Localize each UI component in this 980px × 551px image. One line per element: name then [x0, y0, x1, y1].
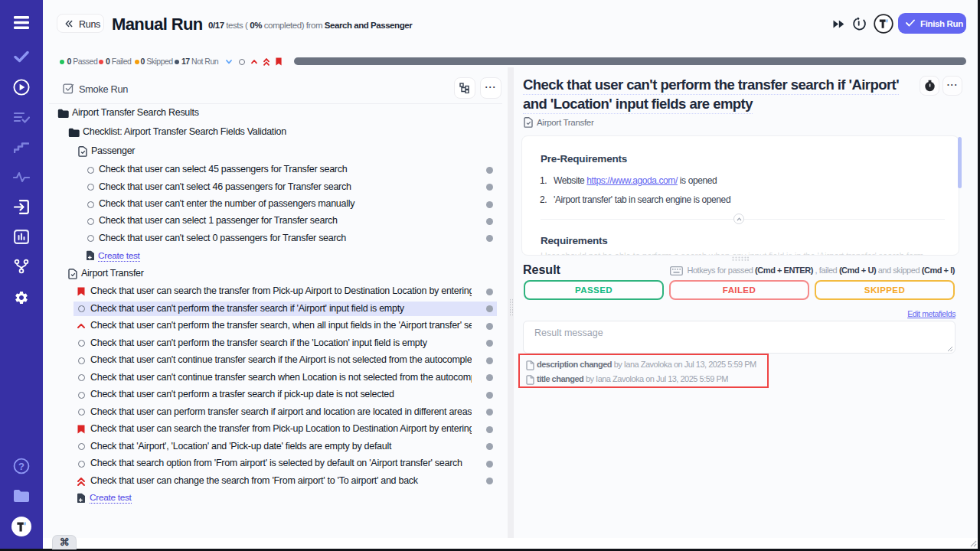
svg-text:?: ? — [18, 461, 24, 472]
